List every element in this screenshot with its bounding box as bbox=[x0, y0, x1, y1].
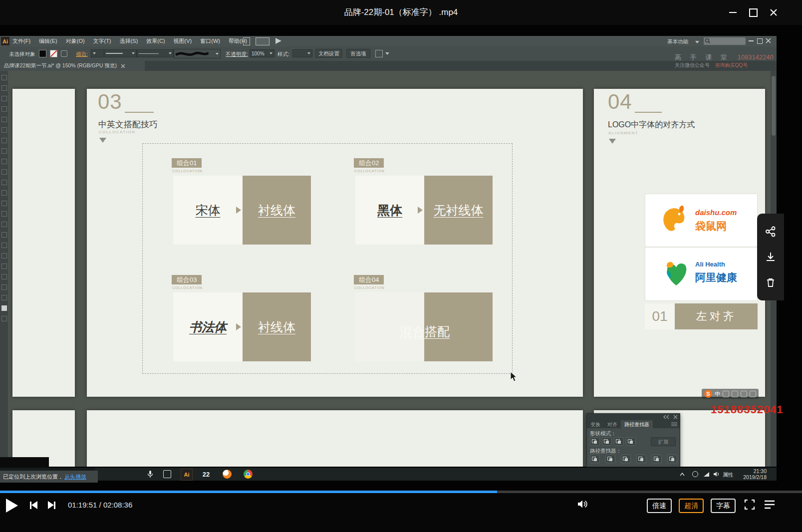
microphone-icon[interactable] bbox=[145, 469, 156, 480]
align-options-icon[interactable] bbox=[375, 50, 383, 57]
more-options-icon[interactable] bbox=[385, 52, 389, 55]
menu-window[interactable]: 窗口(W) bbox=[200, 37, 220, 45]
magic-wand-tool-icon[interactable] bbox=[1, 96, 7, 101]
share-screen-icon[interactable] bbox=[275, 38, 281, 44]
mesh-tool-icon[interactable] bbox=[1, 201, 7, 206]
tray-expand-icon[interactable] bbox=[677, 469, 688, 480]
download-icon[interactable] bbox=[765, 252, 776, 263]
direct-selection-tool-icon[interactable] bbox=[1, 85, 7, 91]
trash-icon[interactable] bbox=[765, 277, 776, 288]
app-minimize-icon[interactable] bbox=[749, 40, 754, 41]
stroke-color-swatch[interactable] bbox=[1, 316, 7, 321]
slice-tool-icon[interactable] bbox=[1, 274, 7, 279]
menu-type[interactable]: 文字(T) bbox=[93, 37, 111, 45]
tab-align[interactable]: 对齐 bbox=[604, 420, 621, 428]
restart-link[interactable]: 从头播放 bbox=[64, 473, 86, 481]
collapse-panel-icon[interactable] bbox=[662, 415, 672, 419]
panel-menu-icon[interactable] bbox=[671, 422, 678, 427]
scale-tool-icon[interactable] bbox=[1, 190, 7, 196]
document-icon[interactable] bbox=[243, 37, 250, 45]
previous-button[interactable] bbox=[30, 501, 37, 509]
play-button[interactable] bbox=[6, 499, 18, 513]
selection-tool-icon[interactable] bbox=[1, 75, 7, 80]
arrange-documents-icon[interactable] bbox=[256, 37, 269, 45]
network-icon[interactable] bbox=[701, 469, 712, 480]
intersect-shape-icon[interactable] bbox=[614, 437, 624, 446]
style-dropdown[interactable] bbox=[292, 49, 312, 57]
fill-color-swatch[interactable] bbox=[1, 305, 7, 311]
stroke-label[interactable]: 描边: bbox=[76, 51, 88, 58]
ime-keyboard-icon[interactable] bbox=[741, 391, 747, 397]
playlist-icon[interactable] bbox=[764, 500, 776, 512]
volume-button[interactable] bbox=[577, 499, 588, 511]
pen-tool-icon[interactable] bbox=[1, 117, 7, 122]
exclude-shape-icon[interactable] bbox=[626, 437, 636, 446]
menu-object[interactable]: 对象(O) bbox=[66, 37, 85, 45]
gradient-tool-icon[interactable] bbox=[1, 211, 7, 217]
search-input[interactable] bbox=[704, 37, 746, 45]
expand-button[interactable]: 扩展 bbox=[651, 437, 676, 446]
close-icon[interactable] bbox=[767, 6, 780, 19]
menu-select[interactable]: 选择(S) bbox=[120, 37, 138, 45]
volume-icon[interactable] bbox=[711, 469, 722, 480]
tab-pathfinder[interactable]: 路径查找器 bbox=[621, 420, 653, 428]
eyedropper-tool-icon[interactable] bbox=[1, 222, 7, 227]
task-view-icon[interactable] bbox=[162, 469, 173, 480]
blend-tool-icon[interactable] bbox=[1, 232, 7, 238]
opacity-value-dropdown[interactable]: 100% bbox=[250, 49, 274, 57]
app-restore-icon[interactable] bbox=[757, 38, 763, 44]
ime-language-indicator[interactable]: 中 bbox=[715, 390, 720, 398]
maximize-icon[interactable] bbox=[747, 6, 760, 19]
sogou-logo-icon[interactable]: S bbox=[704, 390, 712, 398]
fill-swatch[interactable] bbox=[39, 50, 46, 57]
ime-settings-icon[interactable] bbox=[750, 391, 756, 397]
next-button[interactable] bbox=[48, 501, 55, 509]
ime-mic-icon[interactable] bbox=[732, 391, 738, 397]
minus-front-shape-icon[interactable] bbox=[602, 437, 612, 446]
fullscreen-icon[interactable] bbox=[744, 499, 756, 513]
merge-path-icon[interactable] bbox=[621, 455, 631, 463]
opacity-label[interactable]: 不透明度: bbox=[226, 51, 248, 58]
rectangle-tool-icon[interactable] bbox=[1, 148, 7, 154]
unite-shape-icon[interactable] bbox=[590, 437, 600, 446]
symbol-tool-icon[interactable] bbox=[1, 243, 7, 248]
panel-header[interactable] bbox=[587, 414, 680, 420]
menu-effect[interactable]: 效果(C) bbox=[146, 37, 165, 45]
workspace-switcher[interactable]: 基本功能 bbox=[667, 38, 688, 45]
variable-width-dropdown[interactable] bbox=[104, 49, 137, 57]
tray-pen-icon[interactable] bbox=[690, 469, 701, 480]
graph-tool-icon[interactable] bbox=[1, 253, 7, 259]
share-icon[interactable] bbox=[765, 226, 776, 237]
subtitle-button[interactable]: 字幕 bbox=[711, 499, 736, 513]
lasso-tool-icon[interactable] bbox=[1, 106, 7, 112]
tab-transform[interactable]: 变换 bbox=[587, 420, 604, 428]
taskbar-clock[interactable]: 21:30 2019/2/18 bbox=[741, 468, 767, 480]
preferences-button[interactable]: 首选项 bbox=[346, 49, 370, 58]
stroke-swatch[interactable] bbox=[50, 50, 57, 57]
minus-back-path-icon[interactable] bbox=[667, 455, 677, 463]
document-tab[interactable]: 品牌课22期第一节.ai* @ 150% (RGB/GPU 预览) bbox=[0, 61, 145, 71]
zoom-tool-icon[interactable] bbox=[1, 295, 7, 300]
artboard-tool-icon[interactable] bbox=[1, 264, 7, 269]
tab-close-icon[interactable] bbox=[121, 64, 125, 68]
crop-path-icon[interactable] bbox=[636, 455, 646, 463]
brush-preview-dropdown[interactable] bbox=[174, 49, 221, 58]
pencil-tool-icon[interactable] bbox=[1, 169, 7, 175]
panel-close-icon[interactable] bbox=[673, 415, 678, 419]
playback-speed-button[interactable]: 倍速 bbox=[647, 499, 672, 513]
trim-path-icon[interactable] bbox=[605, 455, 615, 463]
rotate-tool-icon[interactable] bbox=[1, 180, 7, 185]
divide-path-icon[interactable] bbox=[590, 455, 600, 463]
menu-file[interactable]: 文件(F) bbox=[12, 37, 30, 45]
taskbar-illustrator-icon[interactable]: Ai bbox=[181, 469, 193, 481]
type-tool-icon[interactable] bbox=[1, 127, 7, 133]
tray-ime-label[interactable]: 属性 bbox=[723, 471, 734, 479]
taskbar-folder-22[interactable]: 22 bbox=[201, 469, 212, 480]
hand-tool-icon[interactable] bbox=[1, 284, 7, 290]
app-close-icon[interactable] bbox=[766, 38, 771, 43]
menu-view[interactable]: 视图(V) bbox=[174, 37, 192, 45]
line-tool-icon[interactable] bbox=[1, 138, 7, 143]
chrome-icon[interactable] bbox=[243, 469, 254, 480]
stroke-weight-stepper[interactable] bbox=[91, 49, 105, 57]
paintbrush-tool-icon[interactable] bbox=[1, 159, 7, 164]
